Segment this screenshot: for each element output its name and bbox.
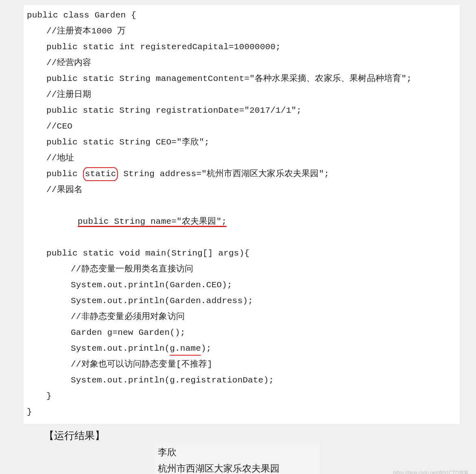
- code-fragment: );: [201, 341, 212, 356]
- code-line-annotated-underline: public String name="农夫果园";: [27, 198, 456, 245]
- code-fragment: System.out.println(: [71, 341, 170, 356]
- code-fragment: String address="杭州市西湖区大家乐农夫果园";: [118, 166, 329, 182]
- result-line: 李欣: [158, 445, 317, 461]
- code-line: public static String registrationDate="2…: [27, 103, 456, 118]
- watermark-text: https://blog.csdn.net/@51CTO博客: [393, 470, 469, 474]
- result-line: 杭州市西湖区大家乐农夫果园: [158, 461, 317, 474]
- code-line: Garden g=new Garden();: [27, 325, 456, 341]
- code-line: System.out.println(Garden.address);: [27, 293, 456, 309]
- code-line: }: [27, 404, 456, 420]
- result-output: 李欣 杭州市西湖区大家乐农夫果园 农夫果园 2017/1/1: [155, 443, 320, 474]
- code-line: public static void main(String[] args){: [27, 245, 456, 261]
- code-line-comment: //果园名: [27, 182, 456, 198]
- code-line: }: [27, 388, 456, 404]
- code-line-annotated-gname: System.out.println(g.name);: [27, 341, 456, 356]
- code-block: public class Garden { //注册资本1000 万 publi…: [24, 5, 460, 424]
- code-fragment: public: [46, 166, 83, 182]
- code-line-comment: //注册日期: [27, 87, 456, 103]
- red-underline-annotation: g.name: [170, 341, 201, 356]
- code-line-comment: //对象也可以访问静态变量[不推荐]: [27, 356, 456, 372]
- red-circle-annotation: static: [83, 167, 118, 181]
- code-line-annotated-static: public static String address="杭州市西湖区大家乐农…: [27, 166, 456, 182]
- code-line-comment: //经营内容: [27, 55, 456, 71]
- code-line-comment: //地址: [27, 150, 456, 166]
- red-underline-annotation: public String name="农夫果园";: [78, 217, 227, 226]
- code-line-comment: //注册资本1000 万: [27, 23, 456, 39]
- page: public class Garden { //注册资本1000 万 publi…: [0, 5, 476, 474]
- code-line: System.out.println(Garden.CEO);: [27, 277, 456, 293]
- code-line: System.out.println(g.registrationDate);: [27, 372, 456, 388]
- code-line: public static String managementContent="…: [27, 71, 456, 87]
- result-label: 【运行结果】: [44, 429, 476, 442]
- code-line-comment: //非静态变量必须用对象访问: [27, 309, 456, 325]
- code-line-comment: //静态变量一般用类名直接访问: [27, 261, 456, 277]
- code-line: public static String CEO="李欣";: [27, 134, 456, 150]
- code-line-comment: //CEO: [27, 118, 456, 134]
- code-line: public class Garden {: [27, 7, 456, 23]
- code-line: public static int registeredCapital=1000…: [27, 39, 456, 55]
